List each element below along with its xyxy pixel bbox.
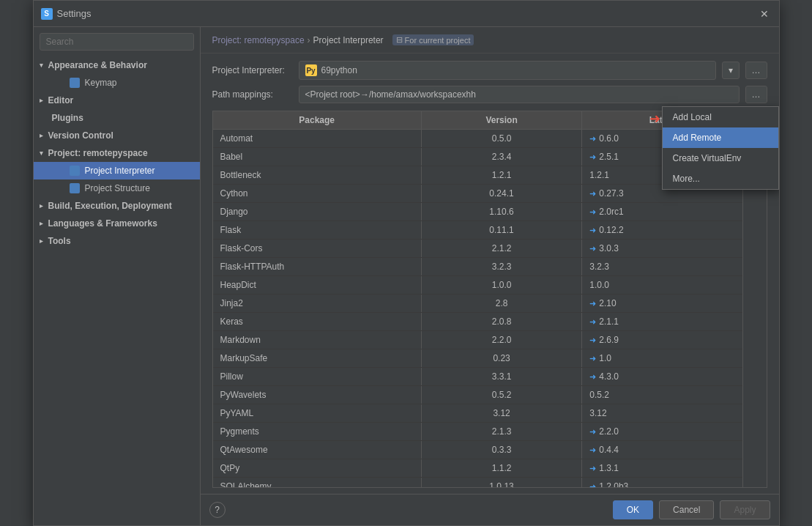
sidebar-item-version-control[interactable]: ▸Version Control [34, 127, 200, 144]
pkg-name: Flask-HTTPAuth [213, 258, 422, 275]
pkg-name: PyYAML [213, 404, 422, 422]
pkg-version: 0.24.1 [422, 185, 582, 202]
window-title: Settings [57, 8, 757, 19]
update-arrow-icon: ➜ [589, 189, 596, 199]
sidebar-item-keymap[interactable]: Keymap [34, 74, 200, 92]
pkg-latest: 0.5.2 [582, 386, 742, 404]
search-box[interactable] [40, 33, 194, 51]
tag-icon: ⊟ [396, 35, 403, 45]
pkg-name: Keras [213, 313, 422, 330]
table-row[interactable]: Pygments 2.1.3 ➜ 2.2.0 [213, 423, 742, 441]
table-row[interactable]: Flask-HTTPAuth 3.2.3 3.2.3 [213, 258, 742, 276]
bottom-left: ? [209, 502, 226, 518]
sidebar-label: Appearance & Behavior [48, 60, 147, 70]
update-arrow-icon: ➜ [589, 372, 596, 382]
breadcrumb-page: Project Interpreter [313, 35, 384, 45]
pkg-latest: 1.0.0 [582, 276, 742, 294]
path-input[interactable]: <Project root>→/home/amax/workspacexhh [299, 86, 740, 103]
sidebar-item-project-interpreter[interactable]: Project Interpreter [34, 162, 200, 179]
dropdown-item-add-local[interactable]: Add Local [663, 107, 778, 127]
pkg-version: 0.11.1 [422, 221, 582, 239]
sidebar-item-plugins[interactable]: Plugins [34, 109, 200, 127]
latest-value: 2.10 [599, 298, 616, 308]
latest-value: 1.2.1 [589, 170, 609, 180]
pkg-name: SQLAlchemy [213, 478, 422, 487]
pkg-name: Automat [213, 130, 422, 147]
table-row[interactable]: PyWavelets 0.5.2 0.5.2 [213, 386, 742, 404]
latest-value: 2.6.9 [599, 335, 619, 345]
pkg-version: 0.5.0 [422, 130, 582, 147]
sidebar-item-appearance[interactable]: ▾Appearance & Behavior [34, 56, 200, 74]
pkg-latest: ➜ 2.2.0 [582, 423, 742, 440]
dropdown-item-create-virtualenv[interactable]: Create VirtualEnv [663, 148, 778, 168]
table-row[interactable]: MarkupSafe 0.23 ➜ 1.0 [213, 349, 742, 368]
close-button[interactable]: ✕ [757, 7, 772, 21]
sidebar-item-tools[interactable]: ▸Tools [34, 232, 200, 250]
update-arrow-icon: ➜ [589, 464, 596, 473]
pkg-name: Markdown [213, 331, 422, 349]
search-input[interactable] [46, 37, 187, 47]
latest-value: 4.3.0 [599, 371, 619, 382]
table-row[interactable]: Pillow 3.3.1 ➜ 4.3.0 [213, 368, 742, 386]
ok-button[interactable]: OK [613, 500, 653, 519]
dropdown-item-more[interactable]: More... [663, 168, 778, 189]
pkg-latest: ➜ 2.10 [582, 295, 742, 312]
pkg-name: PyWavelets [213, 386, 422, 404]
main-content: Project: remotepyspace › Project Interpr… [201, 27, 779, 525]
update-arrow-icon: ➜ [589, 482, 596, 488]
sidebar-label: Languages & Frameworks [48, 218, 157, 229]
pkg-version: 2.2.0 [422, 331, 582, 349]
pkg-name: Bottleneck [213, 166, 422, 184]
latest-value: 2.2.0 [599, 426, 619, 437]
interpreter-label: Project Interpreter: [212, 65, 293, 75]
interpreter-input[interactable]: Py 69python [299, 61, 716, 80]
table-row[interactable]: QtAwesome 0.3.3 ➜ 0.4.4 [213, 441, 742, 459]
nav-items: ▾Appearance & BehaviorKeymap▸EditorPlugi… [34, 56, 200, 250]
sidebar-item-languages[interactable]: ▸Languages & Frameworks [34, 215, 200, 232]
latest-value: 3.2.3 [589, 262, 609, 272]
pkg-latest: ➜ 1.2.0b3 [582, 478, 742, 487]
sidebar-item-build[interactable]: ▸Build, Execution, Deployment [34, 197, 200, 215]
latest-value: 3.12 [589, 408, 606, 418]
update-arrow-icon: ➜ [589, 427, 596, 437]
table-row[interactable]: QtPy 1.1.2 ➜ 1.3.1 [213, 459, 742, 478]
table-row[interactable]: Keras 2.0.8 ➜ 2.1.1 [213, 313, 742, 331]
pkg-name: Pygments [213, 423, 422, 440]
table-row[interactable]: Django 1.10.6 ➜ 2.0rc1 [213, 203, 742, 221]
table-row[interactable]: Jinja2 2.8 ➜ 2.10 [213, 295, 742, 313]
latest-value: 0.6.0 [599, 133, 619, 144]
update-arrow-icon: ➜ [589, 134, 596, 144]
pkg-version: 1.0.13 [422, 478, 582, 487]
latest-value: 1.2.0b3 [599, 481, 628, 487]
cancel-button[interactable]: Cancel [659, 500, 714, 519]
arrow-icon: ▸ [40, 202, 43, 210]
table-row[interactable]: Flask 0.11.1 ➜ 0.12.2 [213, 221, 742, 240]
interpreter-settings-button[interactable]: … [745, 62, 767, 79]
path-settings-button[interactable]: … [745, 86, 767, 103]
table-row[interactable]: HeapDict 1.0.0 1.0.0 [213, 276, 742, 295]
pkg-name: Django [213, 203, 422, 221]
sidebar-label: Project Structure [85, 183, 150, 193]
table-row[interactable]: Markdown 2.2.0 ➜ 2.6.9 [213, 331, 742, 349]
table-row[interactable]: PyYAML 3.12 3.12 [213, 404, 742, 423]
arrow-icon: ▾ [40, 62, 43, 69]
arrow-icon: ▸ [40, 220, 43, 227]
update-arrow-icon: ➜ [589, 244, 596, 253]
sidebar-item-project[interactable]: ▾Project: remotepyspace [34, 144, 200, 162]
dropdown-item-add-remote[interactable]: Add Remote [663, 127, 778, 148]
sidebar-item-editor[interactable]: ▸Editor [34, 92, 200, 109]
pkg-name: Babel [213, 148, 422, 166]
apply-button[interactable]: Apply [720, 500, 770, 519]
pkg-latest: ➜ 2.1.1 [582, 313, 742, 330]
sidebar-label: Project Interpreter [85, 166, 155, 176]
table-row[interactable]: SQLAlchemy 1.0.13 ➜ 1.2.0b3 [213, 478, 742, 487]
arrow-icon: ▸ [40, 97, 43, 104]
latest-value: 1.0 [599, 353, 611, 363]
interpreter-dropdown-button[interactable]: ▾ [722, 62, 740, 79]
item-icon [70, 166, 80, 176]
table-row[interactable]: Flask-Cors 2.1.2 ➜ 3.0.3 [213, 240, 742, 258]
sidebar-item-project-structure[interactable]: Project Structure [34, 179, 200, 197]
help-button[interactable]: ? [209, 502, 226, 518]
pkg-latest: ➜ 1.3.1 [582, 459, 742, 477]
path-label: Path mappings: [212, 89, 293, 100]
